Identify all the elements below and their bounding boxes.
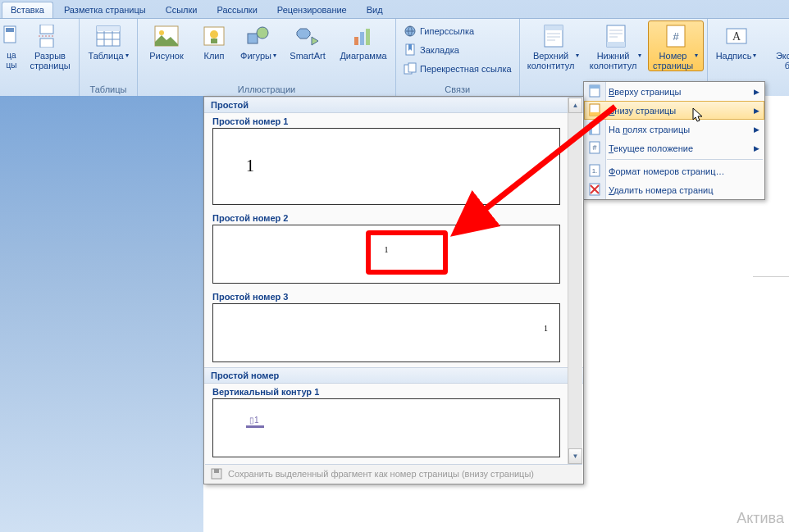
page-number-submenu: Вверху страницы ▶ Внизу страницы ▶ На по… xyxy=(583,81,765,200)
quickparts-icon xyxy=(787,23,789,49)
textbox-label: Надпись▾ xyxy=(716,51,757,70)
gallery-header-simple-number: Простой номер xyxy=(204,367,583,384)
submenu-margins-label: На полях страницы xyxy=(609,125,690,134)
table-icon xyxy=(95,23,121,49)
group-links: Гиперссылка Закладка Перекрестная ссылка… xyxy=(396,19,520,96)
svg-rect-19 xyxy=(408,63,416,72)
header-label: Верхнийколонтитул▾ xyxy=(527,51,580,70)
page-number-icon: # xyxy=(663,23,689,49)
chart-button[interactable]: Диаграмма xyxy=(335,20,392,71)
smartart-label: SmartArt xyxy=(290,51,325,70)
smartart-button[interactable]: SmartArt xyxy=(282,20,333,71)
format-numbers-icon: 1. xyxy=(588,164,601,177)
chevron-down-icon: ▾ xyxy=(695,51,698,61)
footer-label: Нижнийколонтитул▾ xyxy=(590,51,642,70)
page-break-label: Разрывстраницы xyxy=(30,51,70,70)
svg-text:1.: 1. xyxy=(592,167,598,175)
picture-label: Рисунок xyxy=(149,51,184,70)
shapes-button[interactable]: Фигуры▾ xyxy=(236,20,280,71)
page-break-button[interactable]: Разрывстраницы xyxy=(25,20,75,71)
group-pages: цацы Разрывстраницы xyxy=(0,19,80,96)
scroll-up-button[interactable]: ▲ xyxy=(568,98,582,113)
chevron-down-icon: ▾ xyxy=(273,51,276,61)
textbox-button[interactable]: A Надпись▾ xyxy=(711,20,762,71)
chevron-down-icon: ▾ xyxy=(753,51,756,61)
submenu-page-margins[interactable]: На полях страницы ▶ xyxy=(584,120,764,139)
page-edge-line xyxy=(753,276,789,277)
tab-insert[interactable]: Вставка xyxy=(2,2,53,18)
cover-page-button[interactable]: цацы xyxy=(0,20,23,71)
save-selection-icon xyxy=(210,467,223,480)
table-button[interactable]: Таблица▾ xyxy=(83,20,134,71)
chart-icon xyxy=(350,23,376,49)
sample-number-left: 1 xyxy=(246,157,254,175)
svg-rect-14 xyxy=(360,32,364,45)
textbox-icon: A xyxy=(723,23,750,49)
sample-number-right: 1 xyxy=(544,324,548,333)
svg-rect-5 xyxy=(97,26,120,31)
svg-rect-38 xyxy=(590,123,592,134)
submenu-current-position[interactable]: # Текущее положение ▶ xyxy=(584,139,764,157)
picture-button[interactable]: Рисунок xyxy=(141,20,192,71)
svg-rect-36 xyxy=(590,112,600,116)
clip-button[interactable]: Клип xyxy=(194,20,235,71)
gallery-item-2-title: Простой номер 2 xyxy=(204,210,568,225)
tab-view[interactable]: Вид xyxy=(358,2,392,18)
footer-icon xyxy=(603,23,629,49)
header-button[interactable]: Верхнийколонтитул▾ xyxy=(523,20,584,71)
chevron-down-icon: ▾ xyxy=(576,51,579,61)
gallery-item-vertical-title: Вертикальный контур 1 xyxy=(204,384,568,398)
svg-point-7 xyxy=(159,30,164,35)
gallery-item-1-preview[interactable]: 1 xyxy=(212,128,560,205)
crossref-button[interactable]: Перекрестная ссылка xyxy=(399,60,516,78)
svg-rect-13 xyxy=(354,37,358,45)
group-tables: Таблица▾ Таблицы xyxy=(80,19,138,96)
top-of-page-icon xyxy=(588,84,601,98)
submenu-remove-numbers[interactable]: Удалить номера страниц xyxy=(584,180,764,199)
submenu-remove-label: Удалить номера страниц xyxy=(609,185,714,195)
chevron-down-icon: ▾ xyxy=(638,51,641,61)
page-number-label: Номерстраницы▾ xyxy=(653,51,698,70)
page-break-icon xyxy=(37,23,63,49)
submenu-format-numbers[interactable]: 1. Формат номеров страниц… xyxy=(584,161,764,180)
vertical-sample-underline xyxy=(246,425,264,428)
tab-mailings[interactable]: Рассылки xyxy=(208,2,266,18)
hyperlink-label: Гиперссылка xyxy=(420,26,474,36)
gallery-footer[interactable]: Сохранить выделенный фрагмент как номер … xyxy=(205,464,582,483)
svg-rect-2 xyxy=(40,25,53,34)
quickparts-button[interactable]: Экспресс-блоки▾ xyxy=(764,20,789,71)
bottom-of-page-icon xyxy=(588,103,601,116)
hyperlink-button[interactable]: Гиперссылка xyxy=(399,22,516,40)
tab-references[interactable]: Ссылки xyxy=(157,2,207,18)
svg-rect-45 xyxy=(214,469,219,473)
header-icon xyxy=(540,23,567,49)
svg-rect-10 xyxy=(211,39,217,43)
gallery-item-3-preview[interactable]: 1 xyxy=(212,303,560,362)
svg-rect-1 xyxy=(6,28,14,32)
scroll-track[interactable] xyxy=(568,112,582,449)
gallery-header-simple: Простой xyxy=(204,97,583,113)
gallery-footer-label: Сохранить выделенный фрагмент как номер … xyxy=(228,469,534,479)
crossref-icon xyxy=(404,62,417,75)
hyperlink-icon xyxy=(404,25,417,38)
bookmark-button[interactable]: Закладка xyxy=(399,41,516,59)
clip-label: Клип xyxy=(204,51,225,70)
gallery-scrollbar[interactable]: ▲ ▼ xyxy=(568,98,582,464)
bookmark-icon xyxy=(404,43,417,57)
footer-button[interactable]: Нижнийколонтитул▾ xyxy=(586,20,646,71)
submenu-bottom-of-page[interactable]: Внизу страницы ▶ xyxy=(584,101,764,120)
cover-page-label: цацы xyxy=(7,51,17,70)
tab-page-layout[interactable]: Разметка страницы xyxy=(55,2,155,18)
svg-text:#: # xyxy=(592,143,596,152)
page-number-button[interactable]: # Номерстраницы▾ xyxy=(648,20,704,71)
chart-label: Диаграмма xyxy=(340,51,386,70)
submenu-top-label: Вверху страницы xyxy=(609,87,681,97)
svg-rect-34 xyxy=(590,85,600,89)
gallery-item-vertical-preview[interactable]: ▯1 xyxy=(212,398,560,457)
svg-point-12 xyxy=(257,27,268,39)
vertical-sample-glyph: ▯1 xyxy=(249,416,259,425)
svg-rect-3 xyxy=(40,39,53,48)
scroll-down-button[interactable]: ▼ xyxy=(568,448,582,464)
tab-review[interactable]: Рецензирование xyxy=(268,2,356,18)
submenu-top-of-page[interactable]: Вверху страницы ▶ xyxy=(584,82,764,101)
